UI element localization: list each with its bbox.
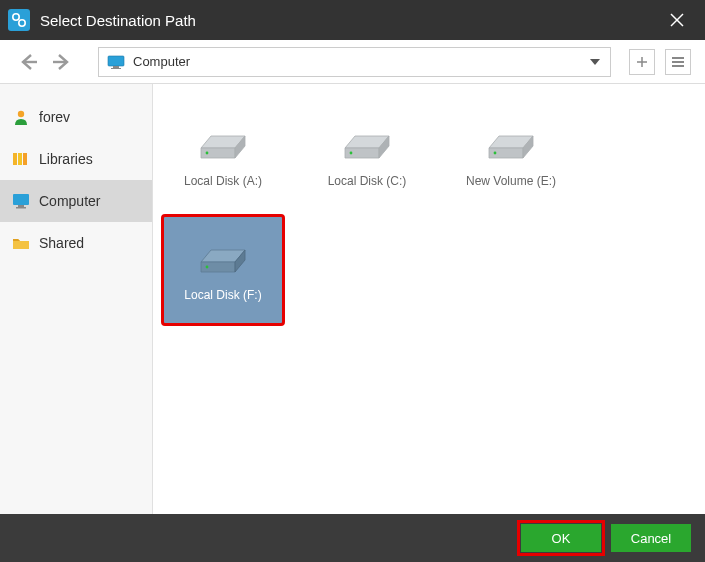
window-title: Select Destination Path: [40, 12, 657, 29]
svg-rect-17: [18, 153, 22, 165]
drive-icon: [193, 124, 253, 164]
monitor-icon: [12, 192, 30, 210]
svg-point-25: [206, 152, 209, 155]
toolbar: Computer: [0, 40, 705, 84]
body-area: forev Libraries: [0, 84, 705, 514]
drive-icon: [337, 124, 397, 164]
svg-rect-12: [672, 57, 684, 59]
svg-rect-13: [672, 61, 684, 63]
back-button[interactable]: [14, 48, 42, 76]
drive-label: Local Disk (C:): [328, 174, 407, 188]
dialog-window: Select Destination Path: [0, 0, 705, 562]
svg-point-29: [350, 152, 353, 155]
svg-rect-9: [111, 68, 121, 69]
svg-rect-14: [672, 65, 684, 67]
list-icon: [671, 55, 685, 69]
svg-rect-21: [16, 207, 26, 209]
close-icon: [670, 13, 684, 27]
app-icon: [8, 9, 30, 31]
drive-item[interactable]: Local Disk (C:): [307, 102, 427, 210]
drive-icon: [481, 124, 541, 164]
forward-button[interactable]: [48, 48, 76, 76]
sidebar: forev Libraries: [0, 84, 153, 514]
svg-rect-16: [13, 153, 17, 165]
drive-label: Local Disk (F:): [184, 288, 261, 302]
svg-rect-7: [108, 56, 124, 66]
svg-point-37: [206, 266, 209, 269]
svg-rect-19: [13, 194, 29, 205]
path-text: Computer: [133, 54, 580, 69]
svg-rect-20: [18, 205, 24, 207]
cancel-button[interactable]: Cancel: [611, 524, 691, 552]
drive-item[interactable]: Local Disk (F:): [163, 216, 283, 324]
svg-rect-8: [113, 66, 119, 68]
content-pane: Local Disk (A:) Local Disk (C:): [153, 84, 705, 514]
svg-point-15: [18, 111, 24, 117]
ok-button[interactable]: OK: [521, 524, 601, 552]
drive-label: Local Disk (A:): [184, 174, 262, 188]
chevron-down-icon[interactable]: [588, 55, 602, 69]
drive-item[interactable]: New Volume (E:): [451, 102, 571, 210]
sidebar-item-label: Libraries: [39, 151, 93, 167]
svg-rect-0: [8, 9, 30, 31]
libraries-icon: [12, 150, 30, 168]
path-bar[interactable]: Computer: [98, 47, 611, 77]
monitor-icon: [107, 55, 125, 69]
sidebar-item-label: Shared: [39, 235, 84, 251]
arrow-right-icon: [51, 51, 73, 73]
svg-point-33: [494, 152, 497, 155]
sidebar-item-shared[interactable]: Shared: [0, 222, 152, 264]
sidebar-item-label: forev: [39, 109, 70, 125]
plus-icon: [635, 55, 649, 69]
svg-rect-18: [23, 153, 27, 165]
sidebar-item-user[interactable]: forev: [0, 96, 152, 138]
sidebar-item-computer[interactable]: Computer: [0, 180, 152, 222]
view-list-button[interactable]: [665, 49, 691, 75]
footer: OK Cancel: [0, 514, 705, 562]
drive-icon: [193, 238, 253, 278]
sidebar-item-libraries[interactable]: Libraries: [0, 138, 152, 180]
close-button[interactable]: [657, 0, 697, 40]
new-folder-button[interactable]: [629, 49, 655, 75]
drive-item[interactable]: Local Disk (A:): [163, 102, 283, 210]
drive-label: New Volume (E:): [466, 174, 556, 188]
titlebar: Select Destination Path: [0, 0, 705, 40]
folder-icon: [12, 234, 30, 252]
arrow-left-icon: [17, 51, 39, 73]
sidebar-item-label: Computer: [39, 193, 100, 209]
user-icon: [12, 108, 30, 126]
